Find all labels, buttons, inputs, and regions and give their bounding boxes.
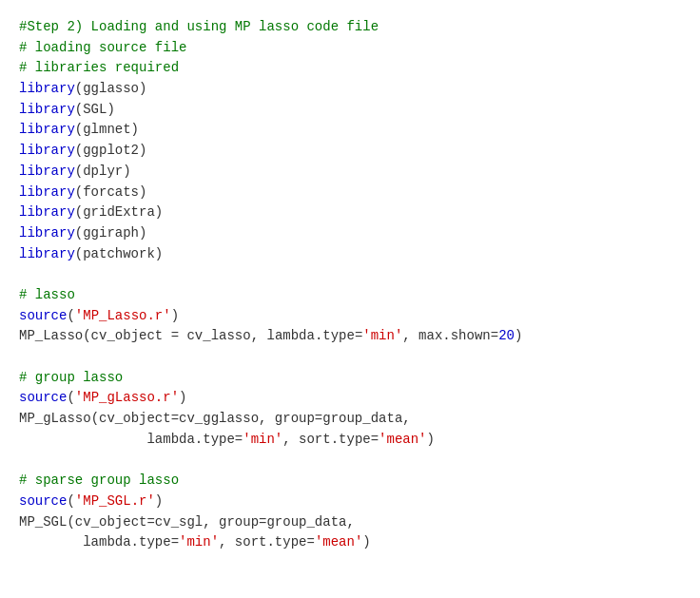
code-token: 'min' xyxy=(362,328,402,343)
code-content: #Step 2) Loading and using MP lasso code… xyxy=(19,17,681,553)
code-token: ) xyxy=(362,534,370,550)
code-token: ) xyxy=(427,432,435,447)
code-line: library(glmnet) xyxy=(19,120,681,141)
code-line: # group lasso xyxy=(19,368,681,389)
code-token: 'mean' xyxy=(379,432,426,447)
code-token: 'MP_SGL.r' xyxy=(75,493,155,509)
code-token: lambda.type= xyxy=(19,432,243,447)
code-token: (gridExtra) xyxy=(75,204,163,220)
code-token: 'mean' xyxy=(315,534,362,550)
code-token: 'min' xyxy=(243,432,282,447)
code-editor: #Step 2) Loading and using MP lasso code… xyxy=(0,0,700,598)
code-token: library xyxy=(19,122,75,137)
code-token: (forcats) xyxy=(75,184,147,200)
code-line: library(gglasso) xyxy=(19,79,681,100)
code-token: library xyxy=(19,246,75,261)
code-token: # libraries required xyxy=(19,60,179,75)
code-token: 'min' xyxy=(179,534,219,550)
code-token: #Step 2) Loading and using MP lasso code… xyxy=(19,19,379,34)
code-line: # libraries required xyxy=(19,58,681,79)
code-line: source('MP_Lasso.r') xyxy=(19,306,681,327)
code-token: # lasso xyxy=(19,287,75,302)
code-token: cv_lasso xyxy=(186,328,250,343)
code-line: library(forcats) xyxy=(19,183,681,203)
code-token: (patchwork) xyxy=(75,246,163,261)
code-token: 'MP_Lasso.r' xyxy=(75,308,171,323)
code-token: = xyxy=(163,328,186,343)
code-line: lambda.type='min', sort.type='mean') xyxy=(19,430,681,451)
code-token: # loading source file xyxy=(19,40,186,55)
code-token: (gglasso) xyxy=(75,81,147,96)
code-token: ) xyxy=(155,493,163,509)
code-token: (SGL) xyxy=(75,102,115,117)
code-token: source xyxy=(19,390,67,405)
code-token: ) xyxy=(171,308,179,323)
code-token: ( xyxy=(67,308,74,323)
code-line: # lasso xyxy=(19,285,681,306)
code-line xyxy=(19,264,681,285)
code-token: ( xyxy=(67,493,74,509)
code-token: # sparse group lasso xyxy=(19,473,179,488)
code-line: source('MP_SGL.r') xyxy=(19,492,681,512)
code-token: # group lasso xyxy=(19,370,123,385)
code-token: library xyxy=(19,204,75,220)
code-line: # loading source file xyxy=(19,38,681,59)
code-line: library(ggiraph) xyxy=(19,223,681,244)
code-token: ) xyxy=(515,328,522,343)
code-line: source('MP_gLasso.r') xyxy=(19,388,681,409)
code-line: library(ggplot2) xyxy=(19,141,681,162)
code-token: , lambda.type= xyxy=(251,328,363,343)
code-line: MP_Lasso(cv_object = cv_lasso, lambda.ty… xyxy=(19,326,681,347)
code-line: MP_SGL(cv_object=cv_sgl, group=group_dat… xyxy=(19,512,681,533)
code-token: MP_gLasso xyxy=(19,411,91,426)
code-token: (cv_object xyxy=(83,328,163,343)
code-line: library(patchwork) xyxy=(19,244,681,265)
code-token: , max.shown= xyxy=(402,328,498,343)
code-token: (ggplot2) xyxy=(75,143,147,158)
code-token: MP_Lasso xyxy=(19,328,83,343)
code-token: , sort.type= xyxy=(219,534,315,550)
code-token: library xyxy=(19,143,75,158)
code-token: source xyxy=(19,308,67,323)
code-token: , sort.type= xyxy=(282,432,379,447)
code-token: source xyxy=(19,493,67,509)
code-line xyxy=(19,450,681,471)
code-token: 20 xyxy=(498,328,515,343)
code-token: library xyxy=(19,184,75,200)
code-token: library xyxy=(19,164,75,179)
code-token: (ggiraph) xyxy=(75,225,147,241)
code-token: (dplyr) xyxy=(75,164,131,179)
code-token: (cv_object=cv_sgl, group=group_data, xyxy=(67,514,354,530)
code-line: library(gridExtra) xyxy=(19,203,681,223)
code-token: (glmnet) xyxy=(75,122,139,137)
code-line: library(dplyr) xyxy=(19,162,681,183)
code-token: library xyxy=(19,81,75,96)
code-line: # sparse group lasso xyxy=(19,471,681,492)
code-line: #Step 2) Loading and using MP lasso code… xyxy=(19,17,681,38)
code-token: MP_SGL xyxy=(19,514,67,530)
code-line: MP_gLasso(cv_object=cv_gglasso, group=gr… xyxy=(19,409,681,430)
code-line xyxy=(19,347,681,368)
code-token: ( xyxy=(67,390,74,405)
code-token: ) xyxy=(179,390,186,405)
code-token: (cv_object=cv_gglasso, group=group_data, xyxy=(91,411,411,426)
code-token: 'MP_gLasso.r' xyxy=(75,390,179,405)
code-token: lambda.type= xyxy=(19,534,179,550)
code-token: library xyxy=(19,102,75,117)
code-line: library(SGL) xyxy=(19,100,681,121)
code-token: library xyxy=(19,225,75,241)
code-line: lambda.type='min', sort.type='mean') xyxy=(19,532,681,553)
